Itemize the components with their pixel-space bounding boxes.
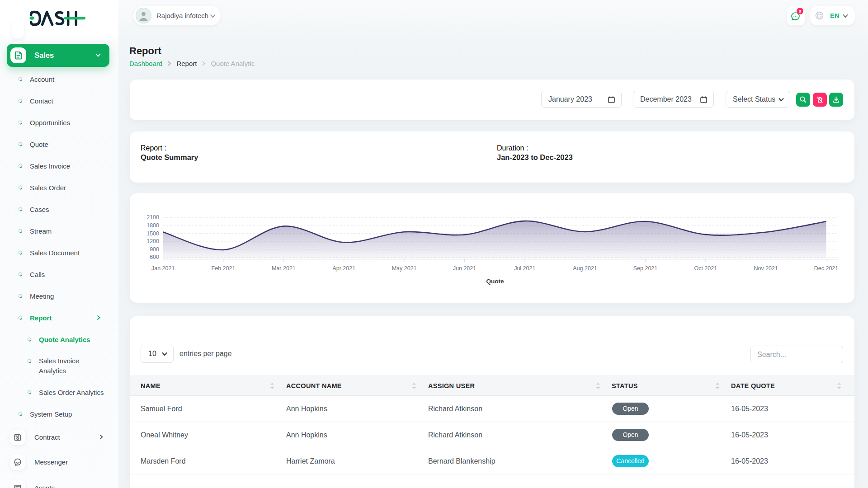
svg-text:1200: 1200 bbox=[146, 238, 159, 244]
svg-text:2100: 2100 bbox=[146, 214, 159, 221]
svg-text:Mar 2021: Mar 2021 bbox=[272, 265, 296, 272]
svg-text:Aug 2021: Aug 2021 bbox=[573, 265, 597, 272]
svg-text:1800: 1800 bbox=[146, 222, 159, 229]
svg-text:1500: 1500 bbox=[146, 230, 159, 237]
svg-text:Apr 2021: Apr 2021 bbox=[332, 265, 355, 272]
svg-text:Jan 2021: Jan 2021 bbox=[151, 265, 175, 272]
svg-text:Jun 2021: Jun 2021 bbox=[453, 265, 476, 272]
svg-text:Jul 2021: Jul 2021 bbox=[514, 265, 535, 272]
svg-text:Feb 2021: Feb 2021 bbox=[212, 265, 236, 272]
svg-text:May 2021: May 2021 bbox=[392, 265, 417, 272]
svg-text:Quote: Quote bbox=[486, 278, 504, 285]
svg-text:Nov 2021: Nov 2021 bbox=[754, 265, 778, 272]
svg-text:Oct 2021: Oct 2021 bbox=[694, 265, 717, 272]
svg-text:Dec 2021: Dec 2021 bbox=[814, 265, 839, 272]
svg-text:900: 900 bbox=[150, 246, 159, 253]
svg-text:Sep 2021: Sep 2021 bbox=[633, 265, 658, 272]
svg-text:600: 600 bbox=[150, 254, 159, 260]
